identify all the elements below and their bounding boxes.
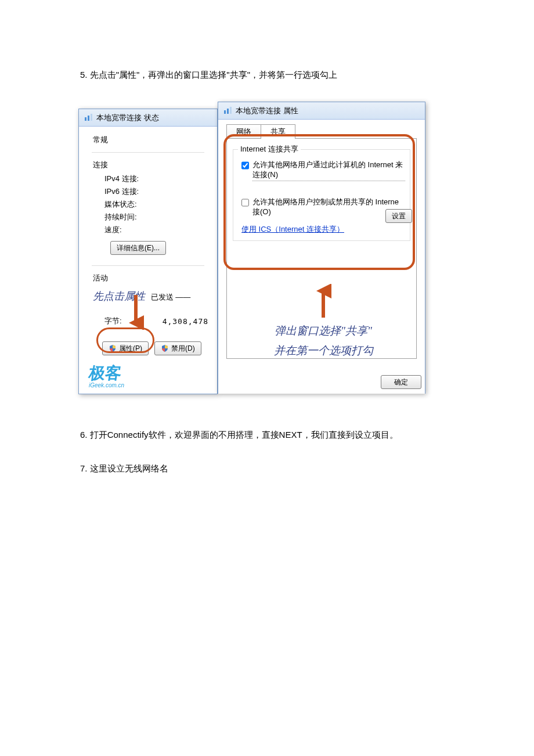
shield-icon bbox=[109, 344, 117, 352]
ics-link[interactable]: 使用 ICS（Internet 连接共享） bbox=[241, 225, 344, 233]
annotation-right-2: 并在第一个选项打勾 bbox=[236, 343, 410, 358]
activity-label: 活动 bbox=[85, 269, 211, 286]
tabs-strip: 网络 共享 bbox=[218, 120, 425, 139]
props-body: 网络 共享 Internet 连接共享 允许其他网络用户通过此计算机的 Inte… bbox=[218, 120, 425, 394]
svg-rect-0 bbox=[85, 117, 86, 121]
arrow-down-icon bbox=[128, 295, 144, 330]
row-ipv4: IPv4 连接: bbox=[85, 172, 211, 185]
row-media: 媒体状态: bbox=[85, 198, 211, 211]
status-window: 本地宽带连接 状态 常规 连接 IPv4 连接: IPv6 连接: 媒体状态: … bbox=[78, 109, 218, 394]
details-button[interactable]: 详细信息(E)... bbox=[110, 241, 166, 255]
status-titlebar: 本地宽带连接 状态 bbox=[79, 109, 217, 127]
connection-label: 连接 bbox=[85, 156, 211, 172]
checkbox-allow[interactable] bbox=[241, 161, 249, 170]
settings-button[interactable]: 设置 bbox=[385, 209, 412, 223]
tab-content: Internet 连接共享 允许其他网络用户通过此计算机的 Internet 来… bbox=[226, 138, 417, 359]
svg-rect-4 bbox=[224, 110, 226, 114]
row-ipv6: IPv6 连接: bbox=[85, 185, 211, 198]
status-title: 本地宽带连接 状态 bbox=[96, 113, 159, 123]
tab-network[interactable]: 网络 bbox=[226, 124, 261, 139]
svg-rect-2 bbox=[91, 114, 92, 121]
annotation-right-1: 弹出窗口选择"共享" bbox=[236, 323, 410, 339]
tab-sharing[interactable]: 共享 bbox=[261, 124, 295, 139]
activity-section: 活动 先点击属性 已发送 —— 字节: 4,308,478 属性(P) bbox=[85, 269, 211, 355]
status-tab-general: 常规 bbox=[85, 132, 211, 145]
doc-step-6: 6. 打开Connectify软件，欢迎界面的不用搭理，直接NEXT，我们直接到… bbox=[80, 430, 398, 441]
disable-button[interactable]: 禁用(D) bbox=[154, 341, 201, 355]
check-allow-share[interactable]: 允许其他网络用户通过此计算机的 Internet 来连接(N) bbox=[238, 158, 405, 185]
svg-rect-6 bbox=[230, 107, 232, 114]
row-speed: 速度: bbox=[85, 224, 211, 236]
svg-rect-5 bbox=[227, 109, 229, 114]
checkbox-control[interactable] bbox=[241, 199, 249, 207]
network-icon bbox=[84, 113, 93, 123]
bytes-label: 字节: bbox=[104, 316, 122, 326]
bytes-value: 4,308,478 bbox=[163, 317, 208, 326]
doc-step-5: 5. 先点击"属性"，再弹出的窗口里选择"共享"，并将第一行选项勾上 bbox=[80, 70, 337, 81]
check-allow-control[interactable]: 允许其他网络用户控制或禁用共享的 Interne 接(O) bbox=[238, 195, 405, 221]
arrow-up-icon bbox=[236, 284, 410, 319]
props-title: 本地宽带连接 属性 bbox=[236, 106, 298, 116]
doc-step-7: 7. 这里设立无线网络名 bbox=[80, 463, 168, 474]
props-titlebar: 本地宽带连接 属性 bbox=[218, 102, 425, 120]
properties-button[interactable]: 属性(P) bbox=[102, 341, 149, 355]
ics-group: Internet 连接共享 允许其他网络用户通过此计算机的 Internet 来… bbox=[233, 149, 410, 241]
ok-button[interactable]: 确定 bbox=[381, 375, 421, 389]
svg-rect-1 bbox=[88, 116, 89, 121]
shield-icon bbox=[161, 344, 169, 352]
sent-label: 已发送 —— bbox=[151, 293, 191, 301]
status-body: 常规 连接 IPv4 连接: IPv6 连接: 媒体状态: 持续时间: 速度: … bbox=[79, 127, 217, 394]
watermark-logo: 极客 iGeek.com.cn bbox=[89, 362, 124, 388]
group-title: Internet 连接共享 bbox=[238, 144, 301, 154]
screenshot-area: 本地宽带连接 状态 常规 连接 IPv4 连接: IPv6 连接: 媒体状态: … bbox=[78, 102, 427, 398]
row-duration: 持续时间: bbox=[85, 211, 211, 224]
network-icon bbox=[223, 106, 232, 116]
properties-window: 本地宽带连接 属性 网络 共享 Internet 连接共享 允许其他网络用户通过… bbox=[218, 102, 425, 394]
